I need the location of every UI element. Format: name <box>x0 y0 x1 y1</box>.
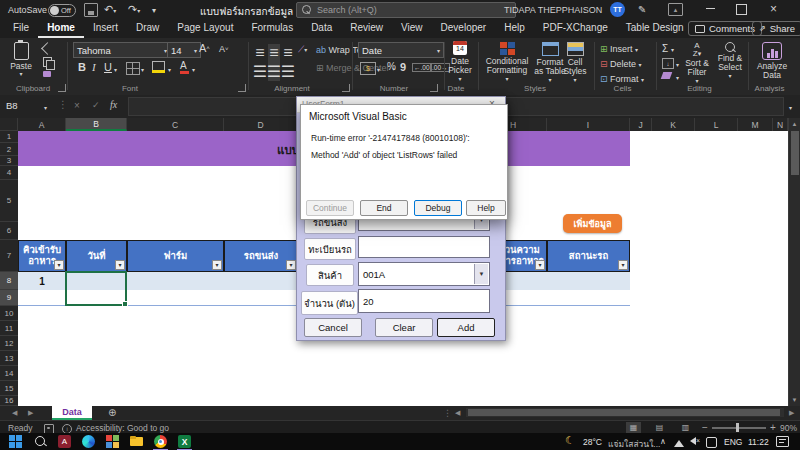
row-header-9[interactable]: 9 <box>0 290 18 306</box>
dropdown-icon[interactable]: ▼ <box>474 264 488 284</box>
ribbon-tab-data[interactable]: Data <box>302 20 341 36</box>
debug-button[interactable]: Debug <box>414 200 462 216</box>
search-box[interactable]: Search (Alt+Q) <box>296 2 516 18</box>
notification-center-icon[interactable] <box>776 436 789 447</box>
undo-icon[interactable]: ↶▾ <box>104 3 116 16</box>
row-header-2[interactable]: 2 <box>0 143 18 156</box>
autosum-button[interactable]: Σ ▾ <box>662 43 674 54</box>
fill-color-icon[interactable] <box>152 61 165 73</box>
copy-icon[interactable] <box>43 57 52 67</box>
hscroll-splitter[interactable]: ⋮ <box>443 408 452 418</box>
ribbon-tab-file[interactable]: File <box>4 20 38 36</box>
insert-function-icon[interactable]: fx <box>110 99 117 110</box>
file-explorer-icon[interactable] <box>130 435 143 448</box>
filter-icon[interactable]: ▾ <box>115 260 125 270</box>
userform-cancel-button[interactable]: Cancel <box>304 318 362 337</box>
underline-icon[interactable]: U <box>104 61 112 73</box>
filter-icon[interactable]: ▾ <box>212 260 222 270</box>
filter-icon[interactable]: ▾ <box>286 260 296 270</box>
filter-icon[interactable]: ▾ <box>54 260 64 270</box>
align-left-icon[interactable]: ☰ <box>254 62 266 81</box>
orientation-icon[interactable]: ⟋▾ <box>298 44 307 55</box>
ribbon-tab-help[interactable]: Help <box>495 20 534 36</box>
row-header-4[interactable]: 4 <box>0 166 18 180</box>
conditional-formatting-button[interactable]: Conditional Formatting▾ <box>482 42 532 82</box>
scroll-up-icon[interactable]: ▲ <box>789 118 800 130</box>
confirm-entry-icon[interactable]: ✓ <box>92 100 100 110</box>
name-box-dropdown-icon[interactable]: ▾ <box>44 104 47 111</box>
comments-button[interactable]: Comments <box>688 21 762 36</box>
document-title[interactable]: แบบฟอร์มกรอกข้อมูล <box>200 4 293 19</box>
delete-cells-button[interactable]: ⊟ Delete ▾ <box>600 59 642 69</box>
hscroll-track[interactable] <box>466 408 784 417</box>
select-all-corner[interactable] <box>0 118 18 131</box>
filter-icon[interactable]: ▾ <box>618 260 628 270</box>
hscroll-left-icon[interactable]: ◀ <box>455 409 460 417</box>
weather-temp[interactable]: 28°C <box>583 437 602 447</box>
align-right-icon[interactable]: ☰ <box>282 62 294 81</box>
userform-clear-button[interactable]: Clear <box>375 318 433 337</box>
ribbon-tab-home[interactable]: Home <box>38 20 84 38</box>
col-header-B[interactable]: B <box>66 118 127 131</box>
product-combo[interactable]: 001A ▼ <box>358 262 490 286</box>
col-header-L[interactable]: L <box>695 118 738 131</box>
tray-app-icon[interactable] <box>706 437 717 448</box>
ribbon-tab-table-design[interactable]: Table Design <box>617 20 693 36</box>
row-header-8[interactable]: 8 <box>0 272 18 290</box>
sheet-prev-icon[interactable]: ◀ <box>12 409 17 417</box>
accounting-dropdown-icon[interactable]: ▾ <box>377 66 380 73</box>
row-header-14[interactable]: 14 <box>0 366 18 381</box>
vertical-scrollbar[interactable]: ▲ ▼ <box>788 118 800 406</box>
weather-icon[interactable]: ☾ <box>565 434 575 447</box>
table-header-truck[interactable]: รถขนส่ง▾ <box>224 240 298 272</box>
underline-dropdown-icon[interactable]: ▾ <box>114 66 117 73</box>
font-color-dropdown-icon[interactable]: ▾ <box>192 66 195 73</box>
row-header-10[interactable]: 10 <box>0 306 18 321</box>
fill-color-dropdown-icon[interactable]: ▾ <box>168 66 171 73</box>
decrease-font-icon[interactable]: A˅ <box>219 44 229 54</box>
font-color-icon[interactable]: A <box>180 60 187 71</box>
edge-icon[interactable] <box>82 435 95 448</box>
zoom-slider-knob[interactable] <box>736 423 739 432</box>
queue-cell[interactable]: 1 <box>18 272 66 290</box>
clear-button[interactable] <box>661 72 673 79</box>
avatar[interactable]: TT <box>610 2 625 17</box>
name-box[interactable]: B8 <box>6 100 18 111</box>
start-button-icon[interactable] <box>9 435 22 448</box>
qty-field-input[interactable]: 20 <box>358 289 490 313</box>
col-header-K[interactable]: K <box>652 118 695 131</box>
close-icon[interactable]: × <box>770 2 777 16</box>
formula-bar-expand-icon[interactable]: ▾ <box>789 104 792 111</box>
network-icon[interactable] <box>674 440 684 447</box>
hscroll-right-icon[interactable]: ▶ <box>789 409 794 417</box>
paste-button[interactable]: Paste▾ <box>6 42 36 78</box>
pen-mode-icon[interactable]: ✎ <box>638 4 646 15</box>
row-header-15[interactable]: 15 <box>0 381 18 396</box>
chrome-icon[interactable] <box>154 435 167 448</box>
clipboard-dialog-launcher-icon[interactable] <box>58 84 66 92</box>
quick-access-customize-icon[interactable]: ▾ <box>152 6 156 15</box>
col-header-I[interactable]: I <box>547 118 630 131</box>
italic-icon[interactable]: I <box>92 61 96 73</box>
sheet-next-icon[interactable]: ▶ <box>28 409 33 417</box>
font-dialog-launcher-icon[interactable] <box>238 84 246 92</box>
col-header-D[interactable]: D <box>224 118 298 131</box>
formula-bar-splitter[interactable]: ⋮ <box>58 99 68 110</box>
row-header-1[interactable]: 1 <box>0 131 18 143</box>
table-header-status[interactable]: สถานะรถ▾ <box>547 240 630 272</box>
font-size-select[interactable]: 14▾ <box>167 42 201 58</box>
ribbon-tab-pdf-xchange[interactable]: PDF-XChange <box>534 20 617 36</box>
align-center-icon[interactable]: ☰ <box>268 62 280 81</box>
hidden-icons-icon[interactable]: ∧ <box>660 437 666 446</box>
row-header-12[interactable]: 12 <box>0 336 18 351</box>
table-header-date[interactable]: วันที่▾ <box>66 240 127 272</box>
alignment-dialog-launcher-icon[interactable] <box>342 84 350 92</box>
merge-center-button[interactable]: ⊞ Merge & Center ▾ <box>316 63 395 73</box>
page-layout-view-icon[interactable]: ▤ <box>652 422 667 433</box>
bold-icon[interactable]: B <box>78 61 86 73</box>
red-app-icon[interactable]: A <box>58 435 71 448</box>
fill-button[interactable]: ↓ <box>662 58 674 69</box>
new-sheet-icon[interactable]: ⊕ <box>108 407 116 418</box>
borders-icon[interactable] <box>126 62 140 75</box>
plate-field-input[interactable] <box>358 236 490 258</box>
